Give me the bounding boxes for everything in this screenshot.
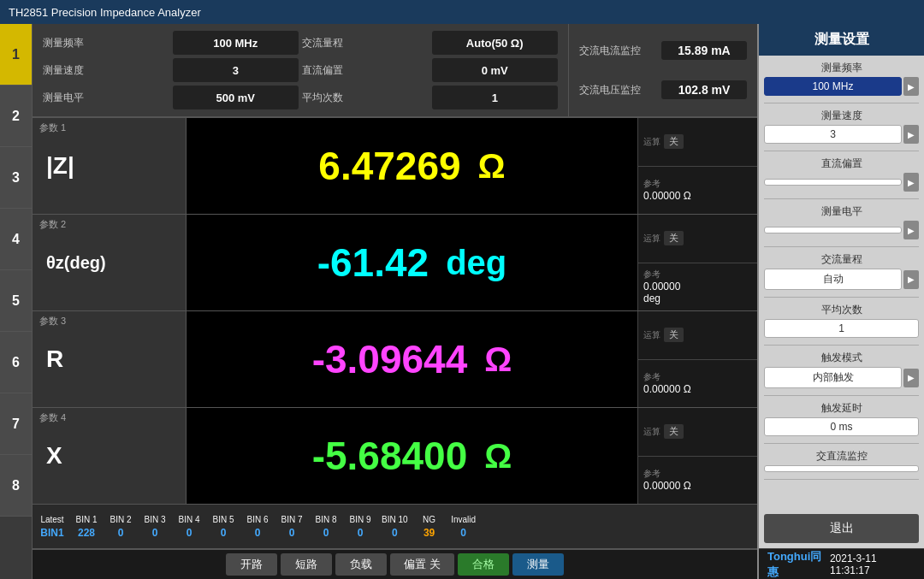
panel-right-3: 运算 关 参考 0.00000 Ω bbox=[637, 311, 757, 407]
param-value-3: 0 mV bbox=[432, 58, 559, 82]
panel-label-4: 参数 4 bbox=[39, 411, 66, 424]
action-btn-短路[interactable]: 短路 bbox=[281, 553, 332, 576]
bin-header-7: BIN 7 bbox=[277, 513, 305, 526]
setting-value-7[interactable]: 0 ms bbox=[764, 417, 919, 436]
calc-label-2: 运算 bbox=[643, 233, 660, 245]
setting-value-row-8 bbox=[764, 465, 919, 472]
setting-label-7: 触发延时 bbox=[764, 401, 919, 416]
setting-item-4: 交流量程自动▶ bbox=[764, 252, 919, 290]
setting-arrow-1[interactable]: ▶ bbox=[903, 125, 919, 144]
setting-arrow-4[interactable]: ▶ bbox=[903, 270, 919, 289]
setting-value-6[interactable]: 内部触发 bbox=[764, 367, 902, 388]
ref-value-2: 0.00000deg bbox=[643, 281, 752, 304]
setting-item-1: 测量速度3▶ bbox=[764, 109, 919, 144]
param-value-5: 1 bbox=[432, 86, 559, 109]
setting-value-4[interactable]: 自动 bbox=[764, 269, 902, 290]
left-btn-8[interactable]: 8 bbox=[0, 455, 32, 517]
setting-value-row-2: ▶ bbox=[764, 173, 919, 192]
main-layout: 12345678 测量频率100 MHz交流量程Auto(50 Ω)测量速度3直… bbox=[0, 24, 924, 579]
setting-value-5[interactable]: 1 bbox=[764, 319, 919, 338]
bin-header-10: BIN 10 bbox=[378, 513, 412, 526]
setting-value-2[interactable] bbox=[764, 179, 902, 186]
left-button-panel: 12345678 bbox=[0, 24, 33, 579]
panel-right-4: 运算 关 参考 0.00000 Ω bbox=[637, 408, 757, 504]
bin-col-2: BIN 20 bbox=[104, 513, 137, 540]
calc-value-4: 关 bbox=[664, 424, 684, 439]
left-btn-4[interactable]: 4 bbox=[0, 209, 32, 270]
action-btn-偏置 关[interactable]: 偏置 关 bbox=[390, 553, 454, 576]
bin-header-4: BIN 4 bbox=[175, 513, 203, 526]
bottom-bar: Tonghui同惠 2021-3-11 11:31:17 bbox=[759, 548, 924, 579]
setting-arrow-6[interactable]: ▶ bbox=[903, 369, 919, 387]
panel-ref-row-4: 参考 0.00000 Ω bbox=[638, 457, 757, 505]
param-panel-3: 参数 3 R -3.09644 Ω 运算 关 参考 0.00000 Ω bbox=[33, 311, 757, 408]
left-btn-3[interactable]: 3 bbox=[0, 147, 32, 209]
bin-col-1: BIN 1228 bbox=[70, 513, 103, 540]
panel-number-2: -61.42 bbox=[317, 239, 429, 286]
settings-content: 测量频率100 MHz▶测量速度3▶直流偏置▶测量电平▶交流量程自动▶平均次数1… bbox=[759, 56, 924, 509]
panel-unit-3: Ω bbox=[484, 340, 512, 379]
setting-value-1[interactable]: 3 bbox=[764, 125, 902, 144]
param-label-1: 交流量程 bbox=[302, 31, 429, 55]
ref-label-2: 参考 bbox=[643, 269, 752, 281]
setting-arrow-3[interactable]: ▶ bbox=[903, 221, 919, 239]
panel-value-area-2: -61.42 deg bbox=[187, 215, 637, 310]
bin-col-7: BIN 70 bbox=[275, 513, 308, 540]
settings-panel: 测量设置 测量频率100 MHz▶测量速度3▶直流偏置▶测量电平▶交流量程自动▶… bbox=[757, 24, 924, 579]
setting-value-0[interactable]: 100 MHz bbox=[764, 77, 902, 96]
setting-value-8[interactable] bbox=[764, 465, 919, 472]
action-btn-合格[interactable]: 合格 bbox=[458, 553, 509, 576]
param-panel-4: 参数 4 X -5.68400 Ω 运算 关 参考 0.00000 Ω bbox=[33, 408, 757, 504]
param-value-0: 100 MHz bbox=[173, 31, 299, 55]
setting-value-3[interactable] bbox=[764, 227, 902, 233]
param-panel-1: 参数 1 |Z| 6.47269 Ω 运算 关 参考 0.00000 Ω bbox=[33, 118, 757, 215]
panel-ref-row-1: 参考 0.00000 Ω bbox=[638, 167, 757, 215]
setting-label-2: 直流偏置 bbox=[764, 157, 919, 171]
settings-title: 测量设置 bbox=[759, 24, 924, 56]
bin-col-0: LatestBIN1 bbox=[36, 513, 68, 540]
panel-number-3: -3.09644 bbox=[312, 336, 468, 382]
ref-value-3: 0.00000 Ω bbox=[643, 383, 752, 395]
left-btn-6[interactable]: 6 bbox=[0, 332, 32, 393]
panel-number-4: -5.68400 bbox=[312, 433, 468, 479]
action-btn-测量[interactable]: 测量 bbox=[512, 553, 564, 576]
setting-item-2: 直流偏置▶ bbox=[764, 157, 919, 192]
action-btn-开路[interactable]: 开路 bbox=[226, 553, 277, 576]
ref-label-3: 参考 bbox=[643, 371, 752, 383]
panel-label-3: 参数 3 bbox=[39, 315, 66, 328]
setting-label-4: 交流量程 bbox=[764, 252, 919, 267]
setting-item-5: 平均次数1 bbox=[764, 303, 919, 338]
left-btn-5[interactable]: 5 bbox=[0, 270, 32, 332]
app-title: TH2851 Precision Impedance Analyzer bbox=[9, 6, 201, 19]
action-bar: 开路短路负载偏置 关合格测量 bbox=[33, 548, 757, 579]
setting-item-6: 触发模式内部触发▶ bbox=[764, 351, 919, 388]
bin-col-4: BIN 40 bbox=[173, 513, 205, 540]
ref-value-4: 0.00000 Ω bbox=[643, 480, 752, 492]
ref-value-1: 0.00000 Ω bbox=[643, 190, 752, 202]
exit-button[interactable]: 退出 bbox=[764, 514, 919, 543]
bin-col-6: BIN 60 bbox=[241, 513, 274, 540]
setting-arrow-0[interactable]: ▶ bbox=[903, 77, 919, 96]
bin-col-8: BIN 80 bbox=[310, 513, 342, 540]
action-btn-负载[interactable]: 负载 bbox=[335, 553, 387, 576]
left-btn-2[interactable]: 2 bbox=[0, 86, 32, 147]
panel-label-2: 参数 2 bbox=[39, 218, 66, 231]
bin-value-11: 39 bbox=[420, 526, 438, 540]
left-btn-7[interactable]: 7 bbox=[0, 393, 32, 455]
bin-header-8: BIN 8 bbox=[311, 513, 340, 526]
calc-value-3: 关 bbox=[664, 328, 684, 342]
bin-value-4: 0 bbox=[183, 526, 196, 540]
ac-current-label: 交流电流监控 bbox=[579, 44, 641, 58]
bin-value-10: 0 bbox=[388, 526, 401, 540]
bin-value-2: 0 bbox=[115, 526, 127, 540]
setting-item-0: 测量频率100 MHz▶ bbox=[764, 61, 919, 96]
left-btn-1[interactable]: 1 bbox=[0, 24, 32, 86]
calc-label-4: 运算 bbox=[643, 426, 660, 438]
ac-voltage-value: 102.8 mV bbox=[661, 80, 747, 99]
bin-col-3: BIN 30 bbox=[139, 513, 171, 540]
setting-arrow-2[interactable]: ▶ bbox=[903, 173, 919, 192]
param-label-3: 直流偏置 bbox=[302, 58, 429, 82]
param-label-5: 平均次数 bbox=[302, 86, 429, 109]
ac-voltage-row: 交流电压监控 102.8 mV bbox=[579, 80, 747, 99]
bin-header-1: BIN 1 bbox=[72, 513, 100, 526]
